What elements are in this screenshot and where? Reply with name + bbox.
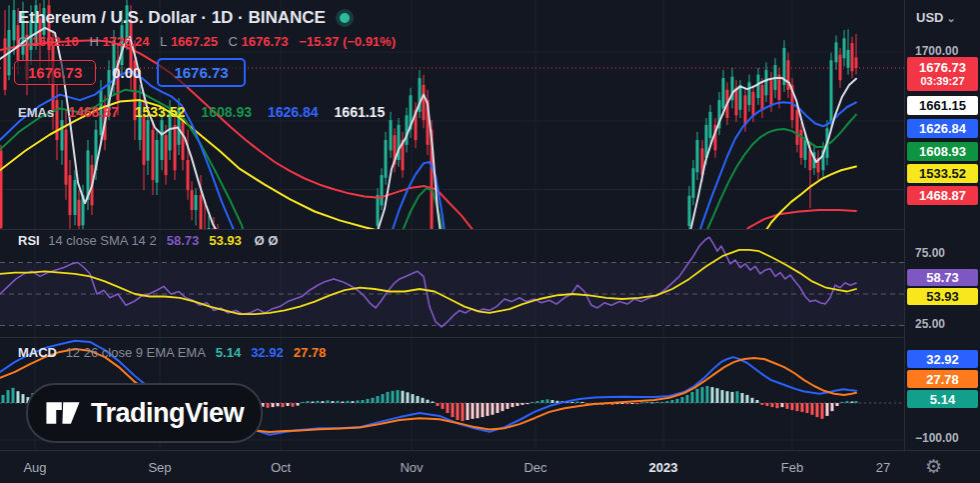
time-label: 27 — [876, 460, 890, 475]
legend-value: 27.78 — [294, 345, 327, 360]
ohlc-row: O 1692.10 H 1726.24 L 1667.25 C 1676.73 … — [18, 34, 396, 49]
bid-ask-row: 1676.73 0.00 1676.73 — [14, 58, 246, 87]
close-label: C — [229, 34, 238, 49]
emas-legend[interactable]: EMAs1468.871533.521608.931626.841661.15 — [18, 104, 401, 120]
legend-value: 1661.15 — [335, 104, 386, 120]
time-label: Feb — [781, 460, 803, 475]
legend-value: 1608.93 — [201, 104, 252, 120]
scale-label: 75.00 — [915, 246, 945, 260]
rsi-legend[interactable]: RSI 14 close SMA 14 258.7353.93 Ø Ø — [18, 233, 278, 248]
price-scale[interactable]: USD⌄ 1700.0075.0025.00−100.001676.7303:3… — [904, 0, 980, 450]
time-label: Oct — [271, 460, 291, 475]
macd-title: MACD — [18, 345, 57, 360]
chart-window: Ethereum / U.S. Dollar · 1D · BINANCE O … — [0, 0, 980, 483]
legend-value: 5.14 — [216, 345, 241, 360]
time-label: 2023 — [649, 460, 678, 475]
emas-label: EMAs — [18, 105, 54, 120]
legend-value: 32.92 — [251, 345, 284, 360]
time-axis[interactable]: ⚙ AugSepOctNovDec2023Feb27 — [0, 450, 980, 483]
legend-value: 58.73 — [167, 233, 200, 248]
price-badge: 1661.15 — [907, 96, 978, 115]
low-value: 1667.25 — [171, 34, 218, 49]
open-value: 1692.10 — [32, 34, 79, 49]
time-label: Sep — [148, 460, 171, 475]
time-label: Aug — [23, 460, 46, 475]
macd-params: 12 26 close 9 EMA EMA — [66, 345, 206, 360]
symbol-header[interactable]: Ethereum / U.S. Dollar · 1D · BINANCE — [18, 8, 350, 28]
legend-value: 1626.84 — [268, 104, 319, 120]
change-value: −15.37 (−0.91%) — [299, 34, 396, 49]
low-label: L — [160, 34, 167, 49]
price-badge: 1533.52 — [907, 164, 978, 183]
legend-value: 53.93 — [209, 233, 242, 248]
market-status-icon — [340, 13, 350, 23]
macd-legend[interactable]: MACD 12 26 close 9 EMA EMA5.1432.9227.78 — [18, 345, 326, 360]
rsi-title: RSI — [18, 233, 40, 248]
tradingview-logo[interactable]: TradingView — [26, 383, 263, 443]
price-badge: 58.73 — [907, 269, 978, 286]
legend-value: 1468.87 — [68, 104, 119, 120]
spread-value: 0.00 — [112, 64, 141, 81]
high-value: 1726.24 — [102, 34, 149, 49]
price-badge: 1608.93 — [907, 142, 978, 161]
time-label: Nov — [400, 460, 423, 475]
symbol-title: Ethereum / U.S. Dollar · 1D · BINANCE — [18, 8, 326, 28]
price-badge: 5.14 — [907, 390, 978, 408]
scale-label: 25.00 — [915, 317, 945, 331]
macd-values: 5.1432.9227.78 — [206, 345, 326, 360]
currency-selector[interactable]: USD⌄ — [916, 10, 956, 25]
price-badge: 1676.7303:39:27 — [907, 57, 978, 91]
chevron-down-icon: ⌄ — [946, 12, 955, 24]
buy-price-button[interactable]: 1676.73 — [157, 58, 245, 87]
close-value: 1676.73 — [242, 34, 289, 49]
tradingview-logo-icon — [45, 400, 81, 426]
gear-icon[interactable]: ⚙ — [925, 455, 942, 478]
rsi-values: 58.7353.93 — [157, 233, 242, 248]
emas-values: 1468.871533.521608.931626.841661.15 — [68, 104, 401, 120]
rsi-params: 14 close SMA 14 2 — [48, 233, 156, 248]
time-label: Dec — [523, 460, 546, 475]
high-label: H — [89, 34, 98, 49]
price-badge: 1468.87 — [907, 186, 978, 205]
currency-label: USD — [916, 10, 943, 25]
price-badge: 53.93 — [907, 288, 978, 305]
price-badge: 32.92 — [907, 350, 978, 368]
legend-value: 1533.52 — [135, 104, 186, 120]
scale-label: −100.00 — [915, 431, 959, 445]
open-label: O — [18, 34, 28, 49]
scale-label: 1700.00 — [915, 44, 958, 58]
sell-price-button[interactable]: 1676.73 — [14, 60, 96, 85]
tradingview-logo-text: TradingView — [91, 398, 244, 429]
price-badge: 1626.84 — [907, 119, 978, 138]
price-badge: 27.78 — [907, 370, 978, 388]
rsi-extra: Ø Ø — [254, 233, 278, 248]
